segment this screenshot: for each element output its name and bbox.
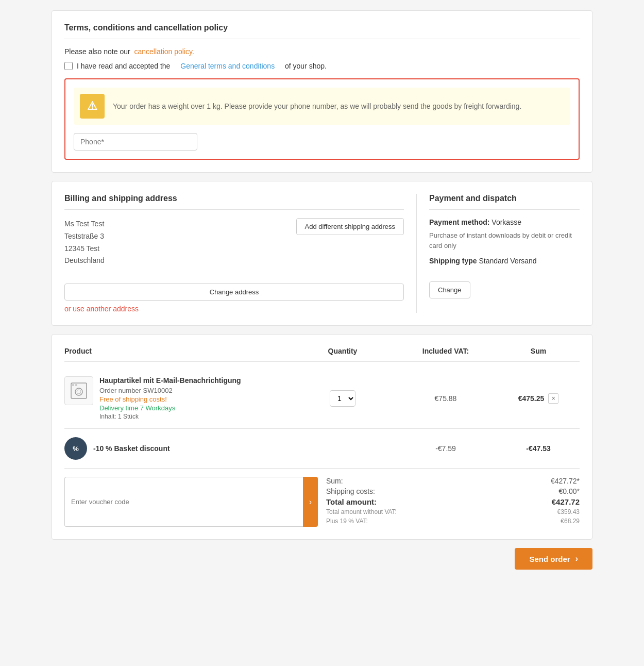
change-payment-button[interactable]: Change	[429, 281, 470, 298]
shipping-cost-row: Shipping costs: €0.00*	[326, 487, 580, 495]
svg-rect-4	[75, 384, 77, 386]
terms-label-post: of your shop.	[285, 62, 327, 70]
products-card: Product Quantity Included VAT: Sum	[52, 334, 592, 540]
warning-banner: ⚠ Your order has a weight over 1 kg. Ple…	[74, 88, 570, 125]
vat-row: Plus 19 % VAT: €68.29	[326, 518, 580, 525]
header-sum: Sum	[497, 347, 580, 355]
washing-machine-icon	[70, 381, 88, 400]
voucher-input[interactable]	[64, 477, 303, 527]
payment-column: Payment and dispatch Payment method: Vor…	[425, 194, 580, 313]
send-order-button[interactable]: Send order ›	[515, 548, 592, 570]
send-order-arrow-icon: ›	[575, 554, 578, 563]
sum-row: Sum: €427.72*	[326, 477, 580, 485]
shipping-cost-label: Shipping costs:	[326, 487, 375, 495]
warning-icon: ⚠	[87, 99, 97, 113]
product-sum: €475.25 ×	[497, 393, 580, 404]
shipping-type-row: Shipping type Standard Versand	[429, 257, 580, 265]
header-vat: Included VAT:	[394, 347, 497, 355]
discount-info: % -10 % Basket discount	[64, 437, 291, 460]
cancellation-policy-link[interactable]: cancellation policy.	[134, 47, 194, 56]
payment-description: Purchase of instant downloads by debit o…	[429, 230, 580, 251]
send-order-row: Send order ›	[52, 548, 592, 570]
total-value: €427.72	[552, 497, 580, 506]
product-sum-value: €475.25	[518, 394, 545, 403]
general-terms-link[interactable]: General terms and conditions	[180, 62, 275, 70]
payment-method-value: Vorkasse	[492, 218, 521, 226]
address-line1: Ms Test Test	[64, 218, 105, 230]
products-header: Product Quantity Included VAT: Sum	[64, 347, 580, 362]
billing-payment-card: Billing and shipping address Ms Test Tes…	[52, 181, 592, 326]
address-line2: Teststraße 3	[64, 230, 105, 243]
warning-text: Your order has a weight over 1 kg. Pleas…	[113, 102, 521, 110]
product-image	[64, 376, 93, 405]
change-address-button[interactable]: Change address	[64, 284, 404, 301]
discount-row: % -10 % Basket discount -€7.59 -€47.53	[64, 429, 580, 469]
voucher-section: ›	[64, 477, 318, 527]
policy-note-text: Please also note our	[64, 47, 130, 56]
warning-box: ⚠ Your order has a weight over 1 kg. Ple…	[64, 78, 580, 160]
product-inhalt: Inhalt: 1 Stück	[99, 413, 241, 420]
phone-input[interactable]	[74, 133, 197, 151]
no-vat-value: €359.43	[557, 508, 580, 515]
billing-title: Billing and shipping address	[64, 194, 404, 210]
voucher-submit-button[interactable]: ›	[303, 477, 318, 527]
shipping-type-label: Shipping type	[429, 257, 477, 265]
product-vat: €75.88	[394, 394, 497, 403]
total-row: Total amount: €427.72	[326, 497, 580, 506]
billing-column: Billing and shipping address Ms Test Tes…	[64, 194, 417, 313]
no-vat-row: Total amount without VAT: €359.43	[326, 508, 580, 515]
change-address-section: Change address or use another address	[64, 284, 404, 313]
footer-row: › Sum: €427.72* Shipping costs: €0.00* T…	[64, 469, 580, 527]
product-name: Hauptartikel mit E-Mail-Benachrichtigung	[99, 376, 241, 385]
discount-badge: %	[64, 437, 87, 460]
send-order-label: Send order	[529, 555, 570, 563]
discount-label: -10 % Basket discount	[93, 444, 170, 453]
product-free-shipping: Free of shipping costs!	[99, 395, 241, 403]
payment-method-row: Payment method: Vorkasse	[429, 218, 580, 226]
billing-payment-columns: Billing and shipping address Ms Test Tes…	[64, 194, 580, 313]
terms-checkbox[interactable]	[64, 62, 73, 70]
product-order-number: Order number SW10002	[99, 387, 241, 394]
quantity-selector[interactable]: 1 2 3	[291, 390, 394, 407]
summary-section: Sum: €427.72* Shipping costs: €0.00* Tot…	[326, 477, 580, 527]
product-row: Hauptartikel mit E-Mail-Benachrichtigung…	[64, 368, 580, 429]
shipping-type-value: Standard Versand	[479, 257, 536, 265]
remove-product-button[interactable]: ×	[548, 393, 558, 404]
terms-card: Terms, conditions and cancellation polic…	[52, 10, 592, 173]
vat-value: €68.29	[561, 518, 580, 525]
shipping-cost-value: €0.00*	[559, 487, 580, 495]
use-another-address-link[interactable]: or use another address	[64, 305, 404, 313]
terms-label-pre: I have read and accepted the	[77, 62, 170, 70]
warning-icon-box: ⚠	[80, 94, 105, 119]
terms-checkbox-row: I have read and accepted the General ter…	[64, 62, 580, 70]
product-info: Hauptartikel mit E-Mail-Benachrichtigung…	[64, 376, 291, 420]
add-shipping-address-button[interactable]: Add different shipping address	[296, 218, 404, 235]
sum-value: €427.72*	[551, 477, 580, 485]
product-delivery-time: Delivery time 7 Workdays	[99, 404, 241, 412]
header-quantity: Quantity	[291, 347, 394, 355]
address-text: Ms Test Test Teststraße 3 12345 Test Deu…	[64, 218, 105, 267]
product-details: Hauptartikel mit E-Mail-Benachrichtigung…	[99, 376, 241, 420]
address-line4: Deutschland	[64, 255, 105, 267]
header-product: Product	[64, 347, 291, 355]
discount-badge-text: %	[73, 445, 79, 453]
address-line3: 12345 Test	[64, 243, 105, 255]
discount-sum: -€47.53	[497, 444, 580, 453]
total-label: Total amount:	[326, 497, 377, 506]
discount-vat: -€7.59	[394, 444, 497, 453]
payment-title: Payment and dispatch	[429, 194, 580, 210]
payment-method-label: Payment method:	[429, 218, 489, 226]
no-vat-label: Total amount without VAT:	[326, 508, 397, 515]
quantity-select[interactable]: 1 2 3	[330, 390, 355, 407]
vat-label: Plus 19 % VAT:	[326, 518, 368, 525]
policy-note: Please also note our cancellation policy…	[64, 47, 580, 56]
terms-title: Terms, conditions and cancellation polic…	[64, 23, 580, 39]
address-block: Ms Test Test Teststraße 3 12345 Test Deu…	[64, 218, 404, 267]
svg-rect-3	[72, 384, 74, 386]
sum-label: Sum:	[326, 477, 343, 485]
